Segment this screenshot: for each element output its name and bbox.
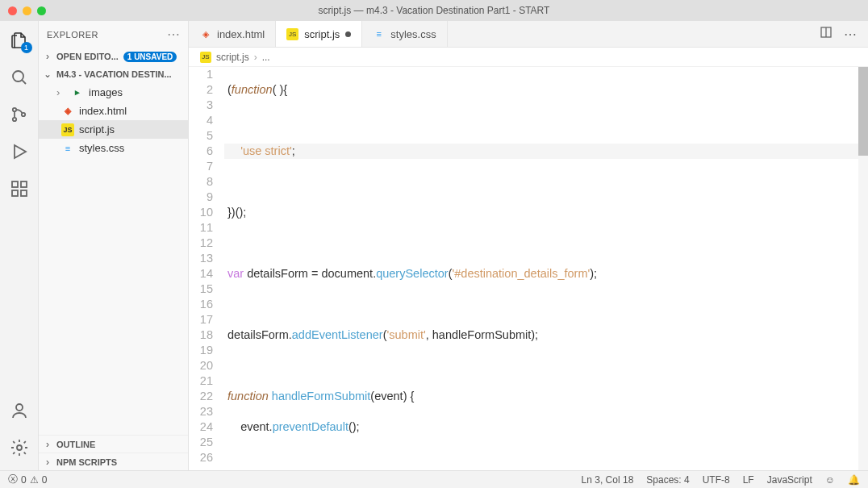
- tab-styles-css[interactable]: ≡ styles.css: [362, 21, 447, 47]
- npm-scripts-section[interactable]: › NPM SCRIPTS: [39, 453, 188, 470]
- close-window[interactable]: [8, 6, 17, 15]
- traffic-lights: [0, 6, 46, 15]
- unsaved-badge: 1 UNSAVED: [123, 52, 177, 62]
- svg-point-0: [13, 71, 23, 81]
- explorer-title: EXPLORER: [47, 30, 98, 40]
- status-eol[interactable]: LF: [743, 474, 754, 486]
- open-editors-label: OPEN EDITO...: [56, 52, 119, 61]
- outline-label: OUTLINE: [56, 440, 95, 449]
- tab-label: script.js: [304, 28, 340, 40]
- folder-label: M4.3 - VACATION DESTIN...: [56, 69, 172, 79]
- breadcrumb[interactable]: JS script.js › ...: [189, 48, 868, 67]
- chevron-right-icon: ›: [42, 51, 53, 62]
- run-debug-icon[interactable]: [8, 140, 31, 163]
- file-script-js[interactable]: JS script.js: [39, 120, 188, 139]
- status-language[interactable]: JavaScript: [767, 474, 812, 486]
- svg-point-11: [17, 445, 22, 450]
- notifications-icon[interactable]: 🔔: [848, 474, 860, 486]
- svg-point-2: [12, 108, 15, 111]
- minimize-window[interactable]: [23, 6, 31, 15]
- chevron-right-icon: ›: [56, 86, 66, 98]
- js-icon: JS: [286, 28, 298, 40]
- svg-rect-9: [21, 181, 27, 187]
- outline-section[interactable]: › OUTLINE: [39, 435, 188, 453]
- editor-area: ◈ index.html JS script.js ≡ styles.css ⋯…: [189, 21, 868, 470]
- line-gutter: 1234567891011121314151617181920212223242…: [189, 67, 224, 470]
- status-spaces[interactable]: Spaces: 4: [646, 474, 689, 486]
- html-icon: ◈: [199, 28, 211, 40]
- activity-bar: [0, 21, 39, 470]
- tab-bar: ◈ index.html JS script.js ≡ styles.css ⋯: [189, 21, 868, 48]
- maximize-window[interactable]: [37, 6, 46, 15]
- svg-point-10: [16, 404, 23, 411]
- svg-rect-7: [12, 190, 18, 196]
- unsaved-dot-icon: [345, 31, 351, 37]
- titlebar: script.js — m4.3 - Vacation Destination …: [0, 0, 868, 21]
- svg-point-3: [12, 118, 15, 121]
- file-index-html[interactable]: ◈ index.html: [39, 102, 188, 120]
- error-icon: ⓧ: [8, 473, 18, 486]
- svg-marker-5: [15, 145, 26, 158]
- npm-label: NPM SCRIPTS: [56, 457, 117, 467]
- minimap-thumb[interactable]: [858, 67, 868, 156]
- status-encoding[interactable]: UTF-8: [703, 474, 730, 486]
- file-styles-css[interactable]: ≡ styles.css: [39, 139, 188, 157]
- settings-gear-icon[interactable]: [8, 436, 31, 459]
- feedback-icon[interactable]: ☺: [825, 474, 835, 486]
- css-icon: ≡: [373, 28, 385, 40]
- code-content[interactable]: (function( ){ 'use strict'; })(); var de…: [224, 67, 868, 470]
- tab-index-html[interactable]: ◈ index.html: [189, 21, 276, 47]
- code-editor[interactable]: 1234567891011121314151617181920212223242…: [189, 67, 868, 470]
- main-area: EXPLORER ⋯ › OPEN EDITO... 1 UNSAVED ⌄ M…: [0, 21, 868, 470]
- css-icon: ≡: [61, 142, 74, 155]
- sidebar: EXPLORER ⋯ › OPEN EDITO... 1 UNSAVED ⌄ M…: [39, 21, 189, 470]
- js-icon: JS: [200, 52, 211, 63]
- file-label: script.js: [79, 123, 115, 136]
- chevron-right-icon: ›: [42, 439, 53, 450]
- split-editor-icon[interactable]: [820, 26, 833, 42]
- svg-rect-8: [21, 190, 27, 196]
- folder-images[interactable]: › ▸ images: [39, 83, 188, 102]
- file-label: images: [89, 86, 123, 98]
- chevron-right-icon: ›: [42, 457, 53, 468]
- breadcrumb-file: script.js: [216, 52, 249, 63]
- tab-script-js[interactable]: JS script.js: [276, 21, 362, 47]
- open-editors-section[interactable]: › OPEN EDITO... 1 UNSAVED: [39, 48, 188, 65]
- tab-label: styles.css: [390, 28, 436, 40]
- status-cursor-position[interactable]: Ln 3, Col 18: [582, 474, 634, 486]
- html-icon: ◈: [61, 105, 74, 118]
- file-label: index.html: [79, 105, 127, 117]
- explorer-more-icon[interactable]: ⋯: [167, 27, 181, 42]
- window-title: script.js — m4.3 - Vacation Destination …: [319, 5, 550, 16]
- svg-rect-6: [12, 181, 18, 187]
- status-bar: ⓧ0 ⚠0 Ln 3, Col 18 Spaces: 4 UTF-8 LF Ja…: [0, 470, 868, 488]
- folder-icon: ▸: [71, 86, 84, 99]
- breadcrumb-separator: ›: [254, 52, 257, 63]
- explorer-icon[interactable]: [8, 29, 31, 52]
- more-actions-icon[interactable]: ⋯: [844, 27, 857, 42]
- breadcrumb-more: ...: [262, 52, 270, 63]
- js-icon: JS: [61, 123, 74, 136]
- file-label: styles.css: [79, 142, 124, 154]
- extensions-icon[interactable]: [8, 177, 31, 200]
- source-control-icon[interactable]: [8, 103, 31, 126]
- status-errors[interactable]: ⓧ0 ⚠0: [8, 473, 47, 486]
- chevron-down-icon: ⌄: [42, 69, 53, 80]
- warning-icon: ⚠: [30, 474, 39, 486]
- folder-section[interactable]: ⌄ M4.3 - VACATION DESTIN...: [39, 65, 188, 83]
- svg-point-4: [21, 113, 24, 116]
- sidebar-header: EXPLORER ⋯: [39, 21, 188, 48]
- svg-line-1: [22, 80, 26, 84]
- search-icon[interactable]: [8, 66, 31, 89]
- account-icon[interactable]: [8, 399, 31, 422]
- minimap[interactable]: [858, 67, 868, 470]
- tab-label: index.html: [217, 28, 265, 40]
